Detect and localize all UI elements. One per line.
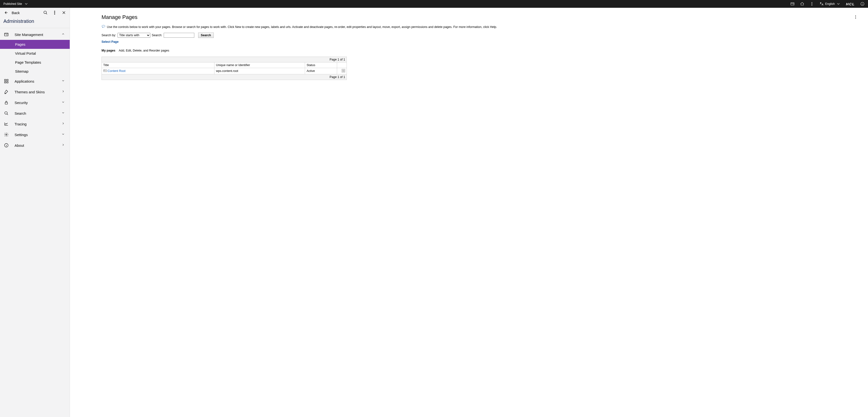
site-management-icon (3, 32, 9, 37)
sidebar-item-label: Search (14, 111, 61, 115)
svg-point-6 (54, 11, 55, 12)
sidebar-item-label: Applications (14, 79, 61, 83)
svg-rect-23 (104, 70, 105, 70)
page-link-content-root[interactable]: Content Root (107, 69, 126, 73)
col-title: Title (102, 62, 214, 68)
search-input[interactable] (164, 33, 194, 38)
language-label: English (825, 2, 835, 6)
sidebar-item-label: Virtual Portal (15, 51, 36, 55)
svg-point-20 (856, 18, 856, 19)
info-text: Use the controls below to work with your… (107, 25, 497, 29)
sidebar-item-site-management[interactable]: Site Management (0, 29, 70, 40)
page-actions-kebab[interactable] (854, 15, 858, 20)
chevron-right-icon (61, 90, 66, 94)
sidebar-item-about[interactable]: About (0, 140, 70, 151)
svg-point-8 (54, 14, 55, 14)
gear-icon (3, 132, 9, 138)
search-by-label: Search by: (101, 33, 116, 37)
top-bar: Published Site English HCL (0, 0, 868, 8)
pager-bottom: Page 1 of 1 (102, 74, 347, 80)
sidebar-item-label: Site Management (14, 33, 61, 37)
sidebar-nav: Site Management Pages Virtual Portal Pag… (0, 28, 70, 151)
row-context-menu-button[interactable] (342, 70, 345, 73)
sidebar-item-themes[interactable]: Themes and Skins (0, 87, 70, 97)
caret-down-icon (836, 2, 841, 6)
svg-point-16 (6, 134, 7, 136)
chevron-down-icon (61, 100, 66, 105)
my-pages-desc: Add, Edit, Delete, and Reorder pages (119, 49, 169, 52)
back-button[interactable]: Back (3, 10, 20, 15)
search-button[interactable]: Search (198, 33, 214, 38)
paint-icon (3, 89, 9, 95)
sidebar-item-applications[interactable]: Applications (0, 76, 70, 87)
search-label: Search: (152, 33, 162, 37)
pager-top: Page 1 of 1 (102, 57, 347, 62)
sidebar-item-label: About (14, 143, 61, 148)
svg-point-7 (54, 12, 55, 13)
svg-point-18 (856, 15, 856, 16)
search-icon (3, 110, 9, 116)
chevron-down-icon (61, 132, 66, 137)
sidebar-item-security[interactable]: Security (0, 97, 70, 108)
page-title: Manage Pages (101, 14, 137, 21)
chevron-right-icon (61, 122, 66, 126)
lock-icon (3, 100, 9, 106)
applications-icon (3, 78, 9, 84)
speech-bubble-icon (101, 25, 105, 30)
translate-icon (819, 2, 824, 6)
sidebar-item-label: Page Templates (15, 60, 41, 64)
pages-table: Page 1 of 1 Title Unique name or Identif… (101, 57, 347, 80)
sidebar-item-label: Tracing (14, 122, 61, 126)
sidebar-item-virtual-portal[interactable]: Virtual Portal (0, 49, 70, 58)
kebab-icon[interactable] (52, 10, 57, 15)
sidebar-item-label: Settings (14, 133, 61, 137)
svg-point-19 (856, 17, 856, 18)
chevron-down-icon (61, 111, 66, 115)
close-icon[interactable] (61, 10, 66, 15)
site-selector-label: Published Site (3, 2, 22, 6)
svg-rect-0 (791, 3, 794, 5)
svg-rect-14 (5, 102, 7, 104)
sidebar-item-label: Sitemap (15, 69, 28, 73)
svg-rect-9 (5, 33, 8, 36)
svg-rect-10 (5, 80, 6, 81)
svg-point-2 (812, 4, 812, 4)
panel-icon[interactable] (790, 2, 795, 6)
my-pages-label: My pages (101, 49, 115, 52)
sidebar-item-settings[interactable]: Settings (0, 129, 70, 140)
chevron-down-icon (61, 79, 66, 83)
chevron-right-icon (61, 143, 66, 148)
svg-point-21 (102, 25, 105, 27)
sidebar-item-label: Themes and Skins (14, 90, 61, 94)
chevron-up-icon (61, 32, 66, 37)
sidebar-item-tracing[interactable]: Tracing (0, 119, 70, 129)
kebab-icon[interactable] (810, 2, 814, 6)
cell-uname: wps.content.root (214, 68, 305, 74)
sidebar-item-label: Pages (15, 42, 26, 47)
svg-point-1 (812, 2, 812, 3)
sidebar-item-search[interactable]: Search (0, 108, 70, 119)
brand-logo: HCL (846, 2, 855, 6)
svg-rect-12 (5, 82, 6, 83)
search-by-select[interactable]: Title starts with (118, 33, 150, 38)
back-label: Back (12, 11, 20, 15)
sidebar-item-sitemap[interactable]: Sitemap (0, 67, 70, 76)
sidebar-heading: Administration (0, 18, 70, 28)
language-selector[interactable]: English (819, 2, 841, 6)
caret-down-icon (24, 2, 28, 6)
site-selector[interactable]: Published Site (3, 2, 28, 6)
cell-status: Active (305, 68, 337, 74)
svg-rect-11 (7, 80, 8, 81)
sidebar: Back Administration Site M (0, 8, 70, 417)
main-content: Manage Pages Use the controls below to w… (70, 8, 868, 417)
sidebar-item-label: Security (14, 100, 61, 105)
sidebar-item-page-templates[interactable]: Page Templates (0, 58, 70, 67)
select-page-link[interactable]: Select Page (101, 40, 119, 43)
col-status: Status (305, 62, 337, 68)
info-icon[interactable] (860, 2, 865, 6)
svg-point-3 (812, 5, 812, 5)
page-icon (103, 69, 107, 73)
sidebar-item-pages[interactable]: Pages (0, 40, 70, 49)
search-icon[interactable] (43, 10, 48, 15)
home-icon[interactable] (800, 2, 804, 6)
